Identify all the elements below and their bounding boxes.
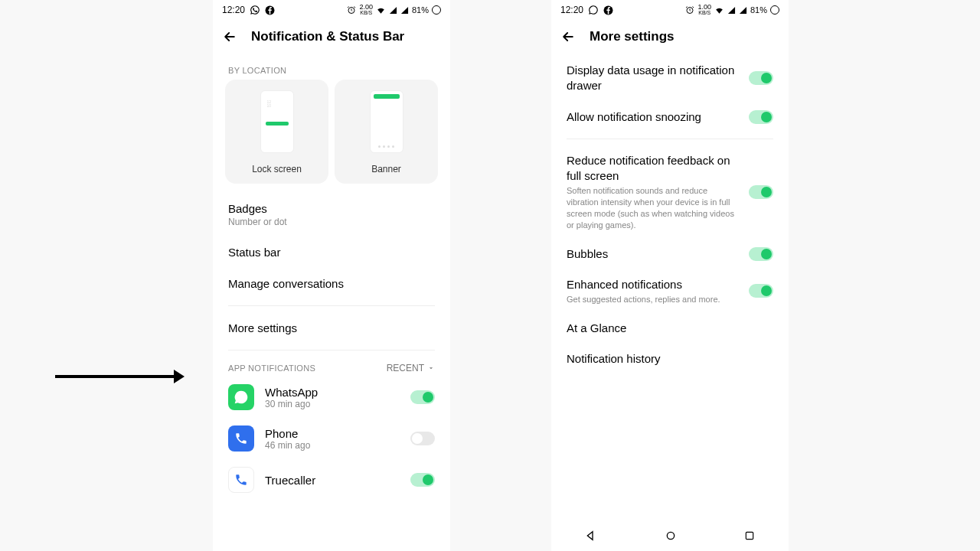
whatsapp-icon: [588, 5, 599, 15]
status-bar-item[interactable]: Status bar: [213, 236, 450, 268]
whatsapp-icon: [250, 5, 260, 15]
back-icon[interactable]: [560, 29, 576, 44]
notification-history-row[interactable]: Notification history: [551, 344, 789, 374]
nav-bar: [551, 520, 789, 551]
battery-circle-icon: [432, 5, 441, 15]
svg-point-4: [667, 532, 674, 539]
signal-icon-2: [400, 6, 409, 15]
phone-icon: [234, 432, 248, 445]
battery-percent: 81%: [412, 5, 429, 15]
app-row-truecaller[interactable]: Truecaller: [213, 459, 450, 500]
toggle-snoozing[interactable]: [749, 110, 773, 124]
divider: [567, 139, 773, 139]
facebook-icon: [603, 5, 613, 15]
battery-percent: 81%: [750, 5, 767, 15]
data-speed: 1.00KB/S: [697, 5, 711, 15]
badges-item[interactable]: Badges Number or dot: [213, 193, 450, 236]
status-bar: 12:20 2.00KB/S 81%: [213, 0, 450, 18]
toggle-bubbles[interactable]: [749, 247, 773, 261]
truecaller-icon: [234, 473, 248, 487]
nav-recent-icon[interactable]: [744, 530, 755, 541]
battery-circle-icon: [770, 5, 779, 15]
status-time: 12:20: [560, 5, 583, 15]
app-row-phone[interactable]: Phone 46 min ago: [213, 418, 450, 459]
page-title: Notification & Status Bar: [251, 29, 404, 44]
toggle-enhanced[interactable]: [749, 284, 773, 298]
facebook-icon: [265, 5, 275, 15]
banner-label: Banner: [371, 164, 401, 174]
app-row-whatsapp[interactable]: WhatsApp 30 min ago: [213, 377, 450, 418]
snoozing-row[interactable]: Allow notification snoozing: [551, 102, 789, 132]
more-settings-item[interactable]: More settings: [213, 312, 450, 344]
lock-screen-card[interactable]: 1210 Lock screen: [225, 80, 328, 184]
divider: [228, 305, 435, 306]
section-by-location: BY LOCATION: [213, 55, 450, 80]
toggle-data-usage[interactable]: [749, 71, 773, 85]
status-time: 12:20: [222, 5, 245, 15]
screen-notification-status-bar: 12:20 2.00KB/S 81% Notification & Status…: [213, 0, 450, 551]
svg-rect-5: [746, 532, 753, 539]
divider: [228, 350, 435, 350]
lock-screen-label: Lock screen: [252, 164, 302, 174]
status-bar: 12:20 1.00KB/S 81%: [551, 0, 789, 18]
screen-more-settings: 12:20 1.00KB/S 81% More settings Display…: [551, 0, 789, 551]
signal-icon: [389, 6, 397, 15]
toggle-reduce-feedback[interactable]: [749, 185, 773, 199]
annotation-arrow-more-settings: [55, 370, 185, 383]
at-a-glance-row[interactable]: At a Glance: [551, 313, 789, 344]
wifi-icon: [376, 5, 386, 15]
toggle-phone[interactable]: [410, 432, 435, 445]
toggle-truecaller[interactable]: [410, 473, 435, 487]
toggle-whatsapp[interactable]: [410, 390, 435, 404]
reduce-feedback-row[interactable]: Reduce notification feedback on full scr…: [551, 145, 789, 239]
data-speed: 2.00KB/S: [359, 5, 373, 15]
chevron-down-icon: [427, 364, 435, 372]
back-icon[interactable]: [222, 29, 237, 44]
wifi-icon: [714, 5, 724, 15]
nav-back-icon[interactable]: [585, 530, 597, 542]
whatsapp-icon: [234, 390, 249, 405]
page-title: More settings: [590, 29, 675, 44]
section-app-notifications: APP NOTIFICATIONS: [228, 364, 315, 373]
manage-conversations-item[interactable]: Manage conversations: [213, 268, 450, 299]
signal-icon-2: [739, 6, 747, 15]
nav-home-icon[interactable]: [665, 530, 677, 542]
alarm-icon: [685, 5, 694, 15]
signal-icon: [727, 6, 736, 15]
enhanced-row[interactable]: Enhanced notifications Get suggested act…: [551, 269, 789, 313]
data-usage-row[interactable]: Display data usage in notification drawe…: [551, 55, 789, 102]
banner-card[interactable]: Banner: [335, 80, 438, 184]
alarm-icon: [347, 5, 356, 15]
recent-dropdown[interactable]: RECENT: [387, 363, 435, 373]
bubbles-row[interactable]: Bubbles: [551, 239, 789, 269]
